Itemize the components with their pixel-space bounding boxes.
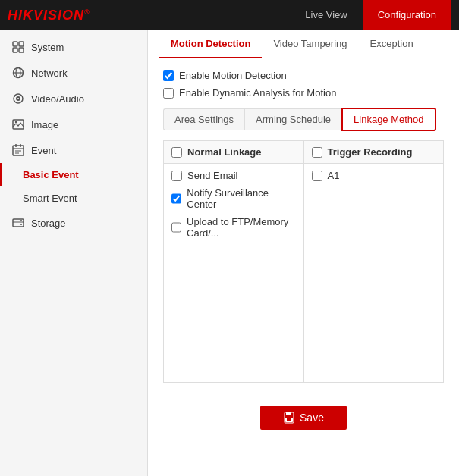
svg-rect-0	[13, 42, 17, 46]
send-email-checkbox[interactable]	[171, 171, 182, 181]
nav-configuration[interactable]: Configuration	[363, 0, 451, 30]
svg-rect-1	[19, 42, 24, 46]
logo: HIKVISION®	[8, 8, 90, 23]
enable-motion-row: Enable Motion Detection	[163, 70, 444, 81]
enable-dynamic-checkbox[interactable]	[163, 88, 174, 99]
svg-rect-26	[287, 418, 291, 421]
tab-exception[interactable]: Exception	[359, 30, 425, 58]
sub-tabs: Area Settings Arming Schedule Linkage Me…	[163, 108, 444, 131]
svg-rect-3	[19, 48, 24, 52]
notify-surveillance-row: Notify Surveillance Center	[171, 187, 296, 210]
sidebar-label-event: Event	[31, 145, 56, 156]
notify-surveillance-label[interactable]: Notify Surveillance Center	[187, 187, 295, 210]
normal-linkage-header-label[interactable]: Normal Linkage	[187, 146, 262, 158]
subtab-area-settings[interactable]: Area Settings	[163, 108, 244, 130]
sidebar-label-smart-event: Smart Event	[23, 193, 77, 204]
subtab-linkage-method[interactable]: Linkage Method	[341, 108, 436, 131]
header: HIKVISION® Live View Configuration	[0, 0, 459, 30]
a1-label[interactable]: A1	[328, 170, 340, 181]
enable-dynamic-row: Enable Dynamic Analysis for Motion	[163, 87, 444, 99]
event-icon	[11, 143, 25, 157]
image-icon	[11, 117, 25, 131]
storage-icon	[11, 216, 25, 230]
send-email-label[interactable]: Send Email	[187, 170, 237, 181]
a1-checkbox[interactable]	[312, 171, 322, 181]
sidebar-item-storage[interactable]: Storage	[0, 210, 147, 236]
content-area: Enable Motion Detection Enable Dynamic A…	[148, 58, 459, 394]
sidebar-label-storage: Storage	[31, 218, 66, 229]
svg-point-10	[14, 96, 15, 97]
save-icon	[283, 412, 295, 424]
svg-point-12	[15, 121, 17, 123]
sidebar-item-system[interactable]: System	[0, 34, 147, 60]
sidebar-item-image[interactable]: Image	[0, 111, 147, 137]
trigger-recording-body: A1	[304, 164, 444, 193]
subtab-arming-schedule[interactable]: Arming Schedule	[244, 108, 341, 130]
tab-motion-detection[interactable]: Motion Detection	[159, 30, 262, 58]
sidebar-label-video-audio: Video/Audio	[31, 93, 84, 105]
enable-motion-checkbox[interactable]	[163, 70, 174, 81]
linkage-table: Normal Linkage Send Email Notify Surveil…	[163, 140, 444, 383]
save-bar: Save	[148, 394, 459, 441]
normal-linkage-header: Normal Linkage	[164, 141, 303, 164]
enable-motion-label[interactable]: Enable Motion Detection	[179, 70, 287, 81]
logo-sup: ®	[84, 8, 90, 16]
system-icon	[11, 40, 25, 54]
sidebar-item-network[interactable]: Network	[0, 60, 147, 86]
trigger-recording-header-label[interactable]: Trigger Recording	[328, 146, 413, 158]
svg-point-21	[20, 220, 22, 221]
main-content: Motion Detection Video Tampering Excepti…	[148, 30, 459, 476]
svg-point-22	[20, 224, 22, 225]
svg-rect-2	[13, 48, 17, 52]
sidebar-label-system: System	[31, 42, 64, 53]
sidebar-item-video-audio[interactable]: Video/Audio	[0, 86, 147, 111]
normal-linkage-body: Send Email Notify Surveillance Center Up…	[164, 164, 303, 251]
sidebar-item-event[interactable]: Event	[0, 137, 147, 163]
sidebar-label-network: Network	[31, 67, 68, 79]
send-email-row: Send Email	[171, 170, 296, 181]
sidebar: System Network Video/Audi	[0, 30, 148, 476]
trigger-recording-header: Trigger Recording	[304, 141, 444, 164]
logo-text: HIKVISION	[8, 8, 84, 23]
page-tabs: Motion Detection Video Tampering Excepti…	[148, 30, 459, 58]
nav-live-view[interactable]: Live View	[290, 0, 362, 30]
svg-point-9	[17, 98, 19, 99]
video-icon	[11, 92, 25, 105]
a1-row: A1	[312, 170, 436, 181]
upload-ftp-row: Upload to FTP/Memory Card/...	[171, 216, 296, 239]
layout: System Network Video/Audi	[0, 30, 459, 476]
svg-rect-24	[286, 412, 291, 415]
sidebar-label-basic-event: Basic Event	[23, 169, 79, 180]
trigger-recording-col: Trigger Recording A1	[304, 141, 444, 382]
sidebar-item-smart-event[interactable]: Smart Event	[0, 186, 147, 210]
svg-rect-19	[13, 219, 24, 227]
normal-linkage-col: Normal Linkage Send Email Notify Surveil…	[164, 141, 304, 382]
trigger-recording-header-checkbox[interactable]	[312, 147, 322, 158]
top-nav: Live View Configuration	[290, 0, 451, 30]
sidebar-label-image: Image	[31, 119, 58, 130]
sidebar-item-basic-event[interactable]: Basic Event	[0, 163, 147, 186]
notify-surveillance-checkbox[interactable]	[171, 193, 181, 204]
network-icon	[11, 66, 25, 80]
normal-linkage-header-checkbox[interactable]	[171, 147, 182, 158]
save-button[interactable]: Save	[260, 406, 347, 430]
save-label: Save	[300, 412, 324, 424]
upload-ftp-checkbox[interactable]	[171, 222, 181, 233]
upload-ftp-label[interactable]: Upload to FTP/Memory Card/...	[187, 216, 296, 239]
enable-dynamic-label[interactable]: Enable Dynamic Analysis for Motion	[179, 87, 336, 99]
tab-video-tampering[interactable]: Video Tampering	[262, 30, 358, 58]
